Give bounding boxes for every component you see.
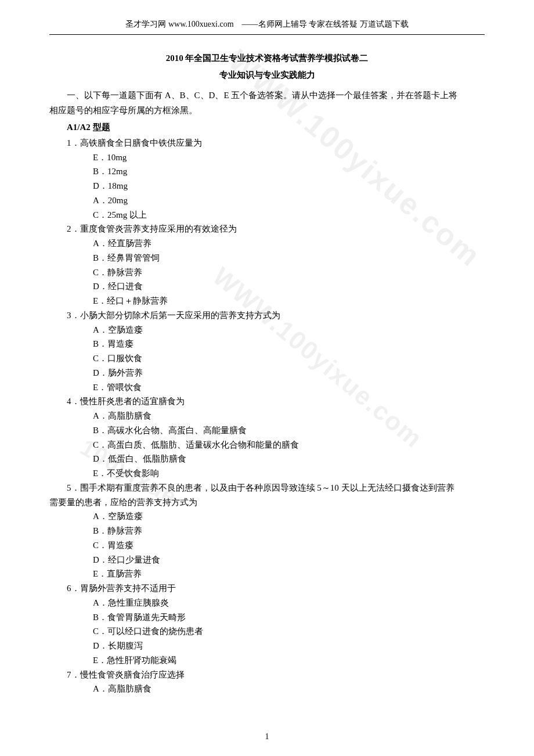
option: A．20mg — [49, 193, 485, 208]
option: B．高碳水化合物、高蛋白、高能量膳食 — [49, 423, 485, 438]
option: C．可以经口进食的烧伤患者 — [49, 624, 485, 639]
option: A．空肠造瘘 — [49, 323, 485, 337]
question-stem-cont: 需要量的患者，应给的营养支持方式为 — [49, 495, 485, 510]
option: B．经鼻胃管管饲 — [49, 251, 485, 265]
question-type-heading: A1/A2 型题 — [49, 120, 485, 135]
option: C．高蛋白质、低脂肪、适量碳水化合物和能量的膳食 — [49, 438, 485, 452]
option: A．高脂肪膳食 — [49, 409, 485, 423]
option: D．长期腹泻 — [49, 639, 485, 653]
question-stem: 5．围手术期有重度营养不良的患者，以及由于各种原因导致连续 5～10 天以上无法… — [49, 481, 485, 495]
option: C．口服饮食 — [49, 351, 485, 366]
page-number: 1 — [0, 730, 534, 743]
option: B．静脉营养 — [49, 524, 485, 538]
section-intro-line1: 一、以下每一道题下面有 A、B、C、D、E 五个备选答案。请从中选择一个最佳答案… — [49, 88, 485, 103]
option: E．管喂饮食 — [49, 380, 485, 395]
option: B．胃造瘘 — [49, 337, 485, 351]
option: E．不受饮食影响 — [49, 466, 485, 481]
option: D．经口进食 — [49, 279, 485, 294]
option: E．急性肝肾功能衰竭 — [49, 653, 485, 668]
option: C．25mg 以上 — [49, 208, 485, 222]
option: C．胃造瘘 — [49, 538, 485, 553]
question-stem: 3．小肠大部分切除术后第一天应采用的营养支持方式为 — [49, 308, 485, 323]
page-header: 圣才学习网 www.100xuexi.com ——名师网上辅导 专家在线答疑 万… — [49, 17, 485, 35]
option: A．经直肠营养 — [49, 236, 485, 251]
option: D．18mg — [49, 179, 485, 193]
option: B．12mg — [49, 164, 485, 179]
option: D．肠外营养 — [49, 366, 485, 380]
option: E．经口＋静脉营养 — [49, 294, 485, 308]
option: B．食管胃肠道先天畸形 — [49, 610, 485, 625]
question-stem: 6．胃肠外营养支持不适用于 — [49, 581, 485, 596]
exam-subtitle: 专业知识与专业实践能力 — [49, 68, 485, 82]
option: D．经口少量进食 — [49, 553, 485, 567]
exam-title: 2010 年全国卫生专业技术资格考试营养学模拟试卷二 — [49, 51, 485, 66]
question-stem: 7．慢性食管炎膳食治疗应选择 — [49, 668, 485, 682]
option: E．10mg — [49, 150, 485, 165]
question-stem: 4．慢性肝炎患者的适宜膳食为 — [49, 394, 485, 409]
option: E．直肠营养 — [49, 567, 485, 581]
option: A．高脂肪膳食 — [49, 682, 485, 696]
option: A．空肠造瘘 — [49, 509, 485, 524]
section-intro-line2: 相应题号的相应字母所属的方框涂黑。 — [49, 103, 485, 118]
question-stem: 2．重度食管炎营养支持应采用的有效途径为 — [49, 222, 485, 236]
option: A．急性重症胰腺炎 — [49, 596, 485, 610]
option: C．静脉营养 — [49, 265, 485, 280]
question-stem: 1．高铁膳食全日膳食中铁供应量为 — [49, 136, 485, 150]
option: D．低蛋白、低脂肪膳食 — [49, 452, 485, 466]
